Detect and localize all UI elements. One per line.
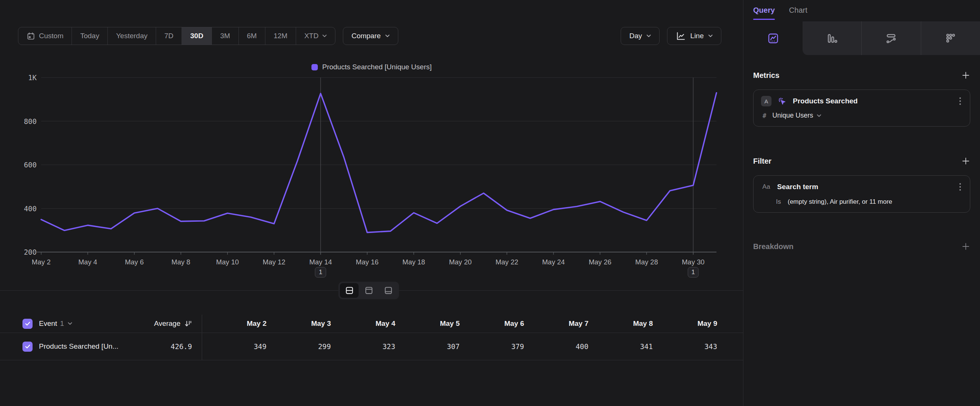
select-all-checkbox[interactable] bbox=[22, 319, 33, 329]
average-column-label[interactable]: Average bbox=[154, 320, 180, 328]
layout-chart-button[interactable] bbox=[360, 283, 378, 298]
range-3m[interactable]: 3M bbox=[212, 27, 239, 45]
range-7d[interactable]: 7D bbox=[156, 27, 182, 45]
layout-split-icon bbox=[345, 286, 354, 295]
event-cursor-icon bbox=[777, 96, 787, 107]
table-header: Event 1 Average May 2 May 3 May 4 May 5 … bbox=[0, 315, 743, 333]
layout-bottom-icon bbox=[384, 286, 393, 295]
svg-text:May 12: May 12 bbox=[263, 258, 286, 266]
check-icon bbox=[25, 321, 31, 326]
filter-operator[interactable]: Is bbox=[776, 198, 781, 205]
svg-text:May 28: May 28 bbox=[635, 258, 658, 266]
funnels-report-tab[interactable] bbox=[803, 21, 861, 55]
date-column-header: May 2 bbox=[202, 320, 267, 328]
property-type-badge: Aa bbox=[761, 183, 772, 191]
svg-text:May 22: May 22 bbox=[496, 258, 519, 266]
main-panel: Custom Today Yesterday 7D 30D 3M 6M 12M … bbox=[0, 0, 743, 406]
add-metric-button[interactable] bbox=[961, 71, 970, 80]
filter-menu-button[interactable] bbox=[958, 182, 963, 192]
svg-text:May 14: May 14 bbox=[309, 258, 332, 266]
cell-value: 299 bbox=[267, 342, 331, 350]
event-column-label[interactable]: Event bbox=[39, 320, 57, 328]
annotation-badge[interactable]: 1 bbox=[688, 267, 698, 277]
sort-descending-icon[interactable] bbox=[184, 320, 192, 328]
query-sidebar: Query Chart bbox=[743, 0, 980, 406]
measure-selector[interactable]: Unique Users bbox=[772, 111, 821, 119]
results-table: Event 1 Average May 2 May 3 May 4 May 5 … bbox=[0, 315, 743, 360]
range-yesterday[interactable]: Yesterday bbox=[108, 27, 156, 45]
compare-button[interactable]: Compare bbox=[343, 27, 398, 45]
metrics-heading: Metrics bbox=[753, 71, 780, 80]
chevron-down-icon bbox=[708, 35, 713, 37]
range-xtd[interactable]: XTD bbox=[296, 27, 335, 45]
chart-type-button[interactable]: Line bbox=[667, 27, 721, 45]
date-column-header: May 9 bbox=[653, 320, 717, 328]
range-12m[interactable]: 12M bbox=[266, 27, 296, 45]
row-checkbox[interactable] bbox=[22, 342, 33, 352]
chevron-down-icon[interactable] bbox=[68, 322, 72, 325]
line-chart-icon bbox=[676, 31, 686, 41]
svg-text:May 26: May 26 bbox=[589, 258, 612, 266]
date-column-header: May 3 bbox=[267, 320, 331, 328]
date-range-picker: Custom Today Yesterday 7D 30D 3M 6M 12M … bbox=[18, 27, 336, 45]
add-breakdown-button[interactable] bbox=[961, 242, 970, 251]
metric-menu-button[interactable] bbox=[958, 96, 963, 107]
row-label: Products Searched [Un... bbox=[39, 342, 118, 350]
tab-chart[interactable]: Chart bbox=[789, 6, 807, 21]
metric-event-name[interactable]: Products Searched bbox=[793, 97, 858, 105]
range-today[interactable]: Today bbox=[72, 27, 108, 45]
svg-text:800: 800 bbox=[24, 117, 37, 126]
range-6m[interactable]: 6M bbox=[239, 27, 266, 45]
filter-property-name[interactable]: Search term bbox=[777, 183, 818, 191]
annotation-badge[interactable]: 1 bbox=[315, 267, 326, 277]
cell-value: 341 bbox=[589, 342, 653, 350]
date-column-header: May 6 bbox=[460, 320, 524, 328]
layout-split-button[interactable] bbox=[340, 283, 359, 298]
filter-card[interactable]: Aa Search term Is (empty string), Air pu… bbox=[753, 175, 970, 213]
svg-text:May 4: May 4 bbox=[78, 258, 97, 266]
series-line bbox=[41, 93, 716, 232]
svg-text:May 30: May 30 bbox=[682, 258, 705, 266]
layout-toggle bbox=[338, 282, 399, 299]
layout-table-button[interactable] bbox=[379, 283, 398, 298]
cell-value: 343 bbox=[653, 342, 717, 350]
cell-value: 400 bbox=[524, 342, 589, 350]
range-30d[interactable]: 30D bbox=[182, 27, 212, 45]
retention-icon bbox=[945, 33, 956, 44]
filter-heading: Filter bbox=[753, 157, 772, 166]
svg-text:600: 600 bbox=[24, 161, 37, 169]
retention-report-tab[interactable] bbox=[921, 21, 980, 55]
insights-report-tab[interactable] bbox=[743, 21, 803, 55]
chevron-down-icon bbox=[817, 114, 821, 117]
granularity-button[interactable]: Day bbox=[620, 27, 660, 45]
report-type-tray bbox=[743, 21, 980, 55]
svg-text:May 2: May 2 bbox=[32, 258, 51, 266]
metric-series-badge: A bbox=[761, 96, 772, 107]
range-label: Custom bbox=[39, 32, 63, 40]
calendar-icon bbox=[27, 32, 35, 40]
svg-text:May 20: May 20 bbox=[449, 258, 472, 266]
flows-icon bbox=[885, 33, 897, 44]
add-filter-button[interactable] bbox=[961, 156, 970, 166]
date-column-header: May 8 bbox=[589, 320, 653, 328]
svg-text:May 16: May 16 bbox=[356, 258, 379, 266]
chevron-down-icon bbox=[322, 35, 327, 37]
range-custom[interactable]: Custom bbox=[18, 27, 72, 45]
flows-report-tab[interactable] bbox=[861, 21, 921, 55]
date-column-header: May 4 bbox=[331, 320, 395, 328]
cell-value: 307 bbox=[395, 342, 460, 350]
svg-text:May 6: May 6 bbox=[125, 258, 144, 266]
svg-text:May 24: May 24 bbox=[542, 258, 565, 266]
metric-card[interactable]: A Products Searched # Unique Users bbox=[753, 89, 970, 127]
event-count: 1 bbox=[60, 320, 64, 328]
svg-text:400: 400 bbox=[24, 204, 37, 213]
bar-chart-icon bbox=[826, 33, 838, 44]
date-column-header: May 5 bbox=[395, 320, 460, 328]
table-row[interactable]: Products Searched [Un... 426.9 349 299 3… bbox=[0, 333, 743, 360]
toolbar: Custom Today Yesterday 7D 30D 3M 6M 12M … bbox=[18, 27, 721, 45]
line-chart[interactable]: 1K800600400200May 2May 4May 6May 8May 10… bbox=[0, 53, 743, 277]
svg-text:1K: 1K bbox=[28, 73, 37, 82]
cell-value: 379 bbox=[460, 342, 524, 350]
layout-top-icon bbox=[364, 286, 374, 295]
filter-value[interactable]: (empty string), Air purifier, or 11 more bbox=[788, 198, 892, 205]
